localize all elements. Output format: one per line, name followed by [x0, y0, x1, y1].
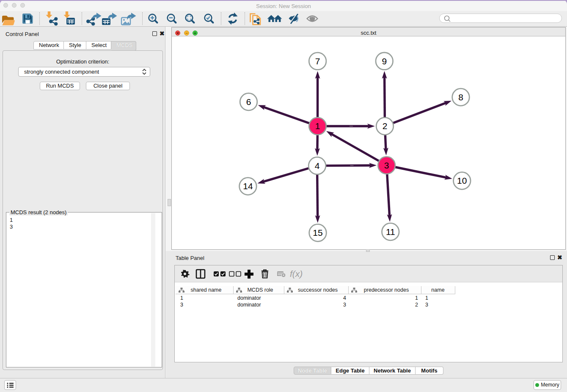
svg-text:9: 9: [382, 56, 387, 66]
svg-text:11: 11: [386, 227, 395, 237]
svg-text:4: 4: [315, 161, 320, 171]
svg-text:15: 15: [313, 228, 322, 237]
svg-text:f(x): f(x): [290, 269, 303, 279]
svg-text:6: 6: [246, 97, 251, 107]
svg-text:8: 8: [458, 92, 463, 102]
svg-text:10: 10: [457, 176, 467, 185]
svg-text:3: 3: [384, 160, 389, 170]
svg-text:14: 14: [243, 181, 253, 191]
svg-text:7: 7: [315, 56, 320, 66]
svg-text:1: 1: [315, 121, 320, 131]
svg-text:2: 2: [383, 121, 388, 131]
